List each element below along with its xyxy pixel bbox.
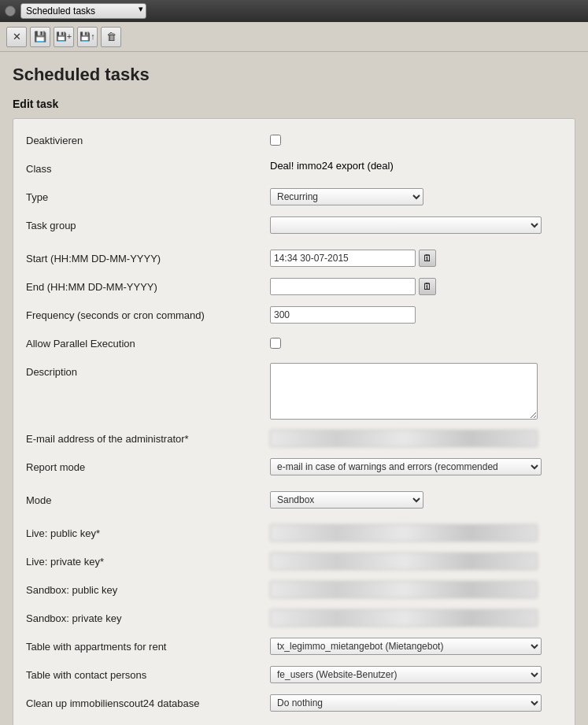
start-label: Start (HH:MM DD-MM-YYYY) xyxy=(26,250,270,264)
live-private-row: Live: private key* xyxy=(26,553,562,573)
report-mode-row: Report mode e-mail in case of warnings a… xyxy=(26,458,562,479)
live-public-blurred xyxy=(270,524,538,542)
class-label: Class xyxy=(26,160,270,175)
email-label: E-mail address of the administrator* xyxy=(26,430,270,445)
email-control xyxy=(270,430,562,447)
sandbox-public-row: Sandbox: public key xyxy=(26,581,562,601)
report-mode-select[interactable]: e-mail in case of warnings and errors (r… xyxy=(270,458,542,475)
table-appartments-select[interactable]: tx_legimmo_mietangebot (Mietangebot) xyxy=(270,638,542,655)
save-new-button[interactable]: 💾↑ xyxy=(77,27,98,47)
deaktivieren-label: Deaktivieren xyxy=(26,131,270,146)
app-selector[interactable]: Scheduled tasks xyxy=(20,3,146,19)
start-input[interactable] xyxy=(270,250,416,267)
parallel-checkbox[interactable] xyxy=(270,338,281,349)
table-appartments-row: Table with appartments for rent tx_legim… xyxy=(26,638,562,658)
live-private-control xyxy=(270,553,562,570)
report-mode-control: e-mail in case of warnings and errors (r… xyxy=(270,458,562,475)
cleanup-label: Clean up immobilienscout24 database xyxy=(26,694,270,709)
mode-control: Sandbox Live xyxy=(270,491,562,509)
live-private-blurred xyxy=(270,553,538,570)
class-row: Class Deal! immo24 export (deal) xyxy=(26,160,562,180)
email-blurred xyxy=(270,430,538,447)
sandbox-private-blurred xyxy=(270,609,538,627)
sandbox-public-blurred xyxy=(270,581,538,598)
end-date-wrap: 🗓 xyxy=(270,278,562,295)
live-private-label: Live: private key* xyxy=(26,553,270,568)
task-group-row: Task group xyxy=(26,216,562,237)
form-panel: Deaktivieren Class Deal! immo24 export (… xyxy=(13,118,575,725)
cleanup-row: Clean up immobilienscout24 database Do n… xyxy=(26,694,562,715)
table-appartments-label: Table with appartments for rent xyxy=(26,638,270,653)
frequency-row: Frequency (seconds or cron command) xyxy=(26,306,562,327)
sandbox-public-label: Sandbox: public key xyxy=(26,581,270,596)
type-control: Recurring Single xyxy=(270,188,562,205)
cleanup-select[interactable]: Do nothing Delete Archive xyxy=(270,694,542,712)
description-label: Description xyxy=(26,363,270,378)
end-label: End (HH:MM DD-MM-YYYY) xyxy=(26,278,270,293)
email-row: E-mail address of the administrator* xyxy=(26,430,562,450)
mode-label: Mode xyxy=(26,491,270,506)
title-bar: Scheduled tasks xyxy=(0,0,588,22)
save-all-button[interactable]: 💾+ xyxy=(54,27,74,47)
live-public-label: Live: public key* xyxy=(26,524,270,539)
section-title: Edit task xyxy=(13,98,575,110)
save-all-icon: 💾+ xyxy=(56,31,72,42)
start-date-wrap: 🗓 xyxy=(270,250,562,267)
start-control: 🗓 xyxy=(270,250,562,267)
table-contacts-label: Table with contact persons xyxy=(26,666,270,681)
delete-icon: 🗑 xyxy=(106,31,116,43)
delete-button[interactable]: 🗑 xyxy=(101,27,121,47)
frequency-input[interactable] xyxy=(270,306,416,324)
type-row: Type Recurring Single xyxy=(26,188,562,209)
toolbar: ✕ 💾 💾+ 💾↑ 🗑 xyxy=(0,22,588,52)
table-contacts-select[interactable]: fe_users (Website-Benutzer) xyxy=(270,666,542,683)
end-input[interactable] xyxy=(270,278,416,295)
parallel-control xyxy=(270,335,562,351)
window-icon xyxy=(5,6,16,17)
close-icon: ✕ xyxy=(13,31,21,43)
save-icon: 💾 xyxy=(34,31,46,43)
frequency-control xyxy=(270,306,562,324)
save-button[interactable]: 💾 xyxy=(30,27,50,47)
close-button[interactable]: ✕ xyxy=(6,27,27,47)
table-contacts-control: fe_users (Website-Benutzer) xyxy=(270,666,562,683)
live-public-control xyxy=(270,524,562,542)
mode-row: Mode Sandbox Live xyxy=(26,491,562,512)
live-public-row: Live: public key* xyxy=(26,524,562,545)
sandbox-private-label: Sandbox: private key xyxy=(26,609,270,624)
class-value: Deal! immo24 export (deal) xyxy=(270,160,562,172)
task-group-control xyxy=(270,216,562,234)
deaktivieren-row: Deaktivieren xyxy=(26,131,562,152)
start-calendar-icon[interactable]: 🗓 xyxy=(419,250,436,267)
parallel-row: Allow Parallel Execution xyxy=(26,335,562,355)
type-select[interactable]: Recurring Single xyxy=(270,188,423,205)
end-row: End (HH:MM DD-MM-YYYY) 🗓 xyxy=(26,278,562,298)
sandbox-public-control xyxy=(270,581,562,598)
mode-select[interactable]: Sandbox Live xyxy=(270,491,423,509)
start-row: Start (HH:MM DD-MM-YYYY) 🗓 xyxy=(26,250,562,270)
sandbox-private-control xyxy=(270,609,562,627)
sandbox-private-row: Sandbox: private key xyxy=(26,609,562,630)
table-appartments-control: tx_legimmo_mietangebot (Mietangebot) xyxy=(270,638,562,655)
task-group-select[interactable] xyxy=(270,216,542,234)
description-textarea[interactable] xyxy=(270,363,538,420)
description-control xyxy=(270,363,562,422)
deaktivieren-checkbox[interactable] xyxy=(270,135,281,146)
page-content: Scheduled tasks Edit task Deaktivieren C… xyxy=(0,52,588,725)
page-title: Scheduled tasks xyxy=(13,65,575,85)
end-control: 🗓 xyxy=(270,278,562,295)
type-label: Type xyxy=(26,188,270,203)
save-new-icon: 💾↑ xyxy=(80,31,95,42)
cleanup-control: Do nothing Delete Archive xyxy=(270,694,562,712)
task-group-label: Task group xyxy=(26,216,270,231)
frequency-label: Frequency (seconds or cron command) xyxy=(26,306,270,321)
description-row: Description xyxy=(26,363,562,422)
report-mode-label: Report mode xyxy=(26,458,270,473)
app-selector-wrap[interactable]: Scheduled tasks xyxy=(20,3,146,19)
parallel-label: Allow Parallel Execution xyxy=(26,335,270,350)
deaktivieren-control xyxy=(270,131,562,148)
end-calendar-icon[interactable]: 🗓 xyxy=(419,278,436,295)
table-contacts-row: Table with contact persons fe_users (Web… xyxy=(26,666,562,686)
